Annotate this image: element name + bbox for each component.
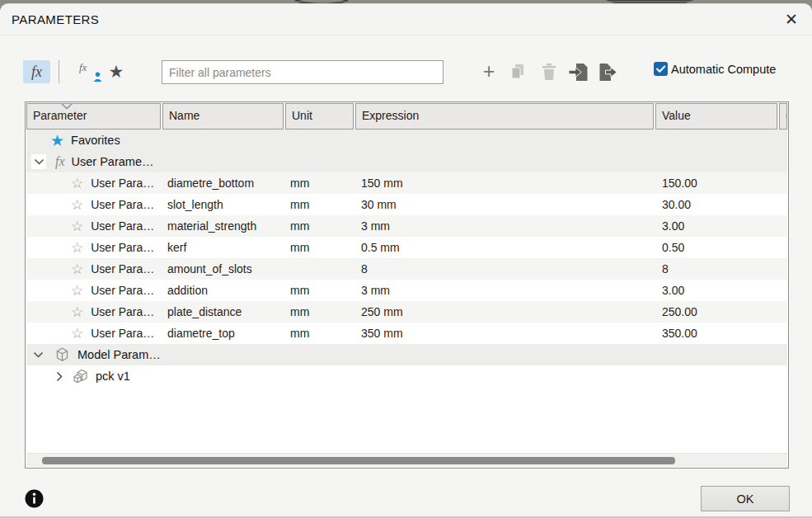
- delete-parameter-button[interactable]: [538, 62, 560, 82]
- parameter-expression-cell[interactable]: 3 mm: [356, 219, 656, 233]
- parameter-type-label: User Para…: [91, 284, 154, 297]
- parameter-value-cell: 150.00: [656, 177, 780, 190]
- close-icon[interactable]: ✕: [781, 10, 801, 30]
- parameter-name-cell[interactable]: addition: [163, 284, 286, 297]
- copy-icon: [509, 64, 526, 80]
- parameter-row[interactable]: ☆ User Para… plate_distance mm 250 mm 25…: [26, 301, 787, 323]
- model-parameters-group-row[interactable]: Model Param…: [26, 344, 787, 365]
- parameter-type-label: User Para…: [91, 177, 154, 190]
- parameter-name-cell[interactable]: amount_of_slots: [163, 262, 286, 275]
- fx-user-icon: fx: [79, 61, 87, 74]
- parameter-row[interactable]: ☆ User Para… addition mm 3 mm 3.00: [26, 280, 787, 301]
- automatic-compute-label: Automatic Compute: [671, 63, 776, 76]
- chevron-right-icon[interactable]: [53, 370, 66, 383]
- column-header-expression-label: Expression: [362, 109, 419, 122]
- favorite-toggle-star-icon[interactable]: ☆: [71, 177, 83, 191]
- column-header-name[interactable]: Name: [162, 103, 284, 130]
- parameter-name-cell[interactable]: diametre_bottom: [163, 177, 286, 190]
- parameter-expression-cell[interactable]: 30 mm: [356, 198, 656, 211]
- parameter-type-label: User Para…: [91, 241, 154, 254]
- chevron-down-icon[interactable]: [31, 154, 46, 169]
- model-component-row[interactable]: pck v1: [26, 365, 787, 387]
- parameter-value-cell: 0.50: [656, 241, 780, 254]
- table-body: ★ Favorites fx User Parame…: [26, 130, 787, 387]
- parameter-row[interactable]: ☆ User Para… amount_of_slots 8 8: [26, 258, 787, 280]
- trash-icon: [542, 64, 556, 80]
- parameter-name-cell[interactable]: kerf: [163, 241, 286, 254]
- column-header-unit-label: Unit: [292, 109, 312, 122]
- parameter-value-cell: 8: [656, 262, 780, 275]
- plus-icon: +: [483, 59, 495, 83]
- parameter-type-label: User Para…: [91, 327, 154, 340]
- parameter-name-cell[interactable]: diametre_top: [163, 327, 286, 340]
- person-icon: [93, 72, 102, 82]
- info-icon: [25, 489, 44, 508]
- favorite-toggle-star-icon[interactable]: ☆: [71, 198, 83, 212]
- cube-icon: [54, 346, 71, 363]
- column-header-expression[interactable]: Expression: [355, 103, 654, 130]
- parameter-expression-cell[interactable]: 350 mm: [356, 327, 656, 340]
- parameter-expression-cell[interactable]: 250 mm: [356, 305, 656, 318]
- column-header-parameter[interactable]: Parameter: [26, 103, 161, 130]
- parameter-value-cell: 30.00: [656, 198, 780, 211]
- export-parameters-button[interactable]: [598, 62, 619, 82]
- horizontal-scrollbar-thumb[interactable]: [42, 457, 675, 464]
- column-header-unit[interactable]: Unit: [285, 103, 354, 130]
- import-parameters-button[interactable]: [567, 62, 589, 82]
- info-button[interactable]: [25, 489, 44, 511]
- parameter-value-cell: 250.00: [656, 305, 780, 318]
- model-parameters-group-label: Model Param…: [77, 348, 161, 361]
- parameter-expression-cell[interactable]: 3 mm: [356, 284, 656, 297]
- favorite-toggle-star-icon[interactable]: ☆: [71, 305, 83, 319]
- horizontal-scrollbar[interactable]: [26, 453, 787, 467]
- parameter-row[interactable]: ☆ User Para… material_strength mm 3 mm 3…: [26, 215, 787, 237]
- column-header-value[interactable]: Value: [655, 103, 777, 130]
- fx-group-icon: fx: [55, 154, 65, 169]
- export-icon: [599, 64, 618, 81]
- parameter-unit-cell: mm: [286, 241, 356, 254]
- parameter-unit-cell: mm: [286, 198, 356, 211]
- favorites-filter-button[interactable]: ★: [106, 60, 127, 83]
- parameter-expression-cell[interactable]: 0.5 mm: [356, 241, 656, 254]
- favorite-toggle-star-icon[interactable]: ☆: [71, 284, 83, 298]
- parameter-expression-cell[interactable]: 8: [356, 262, 656, 275]
- parameter-unit-cell: mm: [286, 305, 356, 318]
- parameter-type-label: User Para…: [91, 305, 154, 318]
- import-icon: [569, 64, 588, 81]
- favorite-toggle-star-icon[interactable]: ☆: [71, 327, 83, 341]
- chevron-down-icon[interactable]: [31, 348, 45, 361]
- column-header-value-label: Value: [662, 109, 691, 122]
- add-parameter-button[interactable]: +: [478, 59, 500, 82]
- parameters-dialog: PARAMETERS ✕ fx fx ★ +: [0, 3, 812, 518]
- filter-input[interactable]: [162, 60, 444, 84]
- parameter-name-cell[interactable]: plate_distance: [163, 305, 286, 318]
- toolbar-separator: [59, 60, 59, 83]
- parameter-unit-cell: mm: [286, 327, 356, 340]
- parameter-row[interactable]: ☆ User Para… diametre_bottom mm 150 mm 1…: [26, 172, 787, 194]
- parameter-name-cell[interactable]: material_strength: [163, 219, 286, 233]
- user-parameters-group-row[interactable]: fx User Parame…: [26, 151, 787, 172]
- parameter-row[interactable]: ☆ User Para… diametre_top mm 350 mm 350.…: [26, 323, 787, 344]
- favorite-toggle-star-icon[interactable]: ☆: [71, 219, 83, 233]
- parameter-expression-cell[interactable]: 150 mm: [356, 177, 656, 190]
- parameter-unit-cell: mm: [286, 284, 356, 297]
- favorite-toggle-star-icon[interactable]: ☆: [71, 241, 83, 255]
- automatic-compute-toggle[interactable]: Automatic Compute: [654, 62, 776, 76]
- column-header-comments[interactable]: Comments: [779, 103, 787, 130]
- dialog-titlebar: PARAMETERS ✕: [0, 4, 812, 35]
- duplicate-parameter-button[interactable]: [507, 62, 528, 82]
- ok-button[interactable]: OK: [701, 486, 790, 511]
- user-parameters-group-label: User Parame…: [72, 155, 154, 168]
- parameter-row[interactable]: ☆ User Para… slot_length mm 30 mm 30.00: [26, 194, 787, 215]
- parameter-value-cell: 3.00: [656, 284, 780, 297]
- dialog-title: PARAMETERS: [12, 12, 99, 26]
- parameter-row[interactable]: ☆ User Para… kerf mm 0.5 mm 0.50: [26, 237, 787, 258]
- parameter-name-cell[interactable]: slot_length: [163, 198, 286, 211]
- user-parameters-filter-button[interactable]: fx: [23, 60, 50, 83]
- parameter-unit-cell: mm: [286, 219, 356, 233]
- sort-indicator-icon: [60, 103, 73, 110]
- user-defined-parameters-button[interactable]: fx: [76, 60, 106, 83]
- favorites-group-row[interactable]: ★ Favorites: [26, 130, 787, 151]
- favorite-toggle-star-icon[interactable]: ☆: [71, 262, 83, 276]
- model-component-label: pck v1: [96, 370, 130, 383]
